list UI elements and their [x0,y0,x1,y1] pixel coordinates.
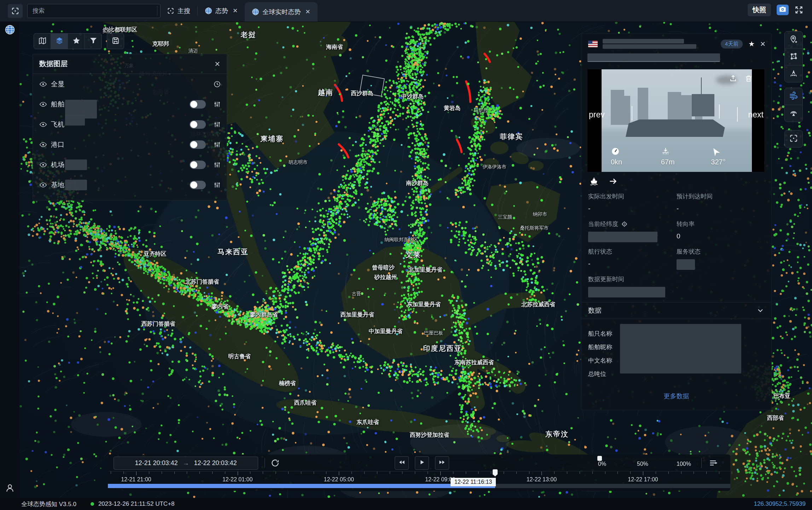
layer-controls [190,140,221,149]
ruler-tick [364,471,365,474]
ruler-tick [681,471,682,474]
fast-forward-button[interactable] [435,456,449,470]
map-book-button[interactable] [34,34,51,49]
layers-button[interactable] [51,34,68,49]
play-button[interactable] [415,456,429,470]
layers-panel-title: 数据图层 [39,59,214,69]
main-search-button[interactable] [8,4,23,18]
more-data-link[interactable]: 更多数据 [581,392,771,400]
cursor-coordinates: 126.30952;5.75939 [754,500,806,508]
current-time-marker[interactable] [493,469,498,476]
eye-icon[interactable] [39,181,47,189]
favorites-button[interactable] [68,34,85,49]
wind-turbine [719,104,720,119]
fullscreen-button[interactable] [794,5,804,15]
layer-toggle-off[interactable] [190,181,206,189]
tab-1[interactable]: 态势✕ [198,0,245,22]
layer-redacted [65,115,85,126]
tab-0[interactable]: 主搜 [160,0,197,22]
add-placemark-button[interactable] [785,31,802,48]
data-values-redacted [620,324,741,373]
radar-layer-button[interactable] [785,105,802,122]
field-label: 数据更新时间 [588,275,677,283]
rewind-button[interactable] [395,456,409,470]
time-range-box[interactable]: 12-21 20:03:42 → 12-22 20:03:42 [114,457,258,470]
save-icon [111,36,120,46]
ship-panel-header: 4天前 ★ ✕ [588,39,766,49]
layer-row-基地: 基地 [33,175,227,195]
toggle-knob [190,181,197,189]
ruler-tick [617,471,618,474]
playlist-button[interactable] [708,458,718,468]
layer-label: 飞机 [51,120,64,129]
field-value: - [677,205,765,213]
layers-panel-close-button[interactable]: ✕ [214,60,220,68]
layer-toggle-off[interactable] [190,100,206,109]
ruler-tick [529,471,529,474]
tune-icon[interactable] [213,121,221,128]
field-数据更新时间: 数据更新时间 [588,275,677,303]
right-toolbar-group [784,130,803,147]
layer-toggle-off[interactable] [190,140,206,149]
field-label-text: 实际出发时间 [588,192,624,201]
filter-button[interactable] [85,34,102,49]
globe-nav-button[interactable] [5,24,15,35]
person-icon [5,488,15,494]
focus-target-button[interactable] [785,131,802,147]
snapshot-button[interactable] [777,5,789,15]
wind-layer-button[interactable] [785,88,802,105]
tune-icon[interactable] [213,141,221,149]
refresh-button[interactable] [271,458,280,468]
timeline-ruler[interactable]: 12-21 21:0012-22 01:0012-22 05:0012-22 0… [108,471,730,491]
ruler-tick [390,471,390,474]
ruler-tick [225,471,225,474]
tune-icon[interactable] [213,161,221,169]
eye-icon[interactable] [39,121,47,128]
layer-toggle-off[interactable] [190,120,206,129]
ruler-tick [668,471,669,474]
filter-icon [89,36,98,46]
tab-close-icon[interactable]: ✕ [305,8,310,16]
favorite-star-button[interactable]: ★ [748,40,755,48]
upload-icon[interactable] [729,74,737,83]
field-value-redacted [677,259,695,270]
draft-icon [661,147,670,156]
tab-active[interactable]: 全球实时态势✕ [245,2,317,22]
save-view-button[interactable] [107,34,124,49]
ruler-tick [504,471,504,474]
tab-close-icon[interactable]: ✕ [233,7,238,15]
ruler-tick [541,471,542,475]
clock-icon[interactable] [213,80,221,88]
trash-icon[interactable] [744,74,753,83]
speed-slider-handle[interactable] [597,456,602,461]
eye-icon[interactable] [39,80,47,88]
layer-controls [190,161,221,169]
photo-stat-value: 0kn [611,158,622,166]
ruler-tick [516,471,517,474]
tune-icon[interactable] [213,181,221,189]
layer-controls [190,181,221,189]
ruler-tick [187,471,187,474]
photo-next-button[interactable]: next [748,110,764,120]
ship-panel-close-button[interactable]: ✕ [760,40,766,48]
search-input[interactable] [27,4,161,18]
eye-icon[interactable] [39,100,47,108]
photo-prev-button[interactable]: prev [589,110,605,120]
area-select-button[interactable] [785,48,802,65]
layer-label: 港口 [51,140,64,149]
user-avatar-button[interactable] [5,483,15,493]
data-section-header[interactable]: 数据 [581,302,771,319]
eye-icon[interactable] [39,141,47,149]
eye-icon[interactable] [39,161,47,169]
tune-icon[interactable] [213,100,221,108]
data-row-label: 总吨位 [588,367,612,381]
ruler-tick [149,471,149,474]
locate-icon[interactable] [621,221,628,227]
layer-label: 全显 [51,80,64,89]
right-toolbar-group [784,31,803,82]
ruler-tick [491,471,491,474]
speed-slider-track[interactable] [599,458,692,460]
ship-fields: 实际出发时间-预计到达时间-当前经纬度转向率0航行状态-服务状态数据更新时间 [588,192,765,303]
measure-label-button[interactable] [785,65,802,82]
layer-toggle-off[interactable] [190,161,206,169]
